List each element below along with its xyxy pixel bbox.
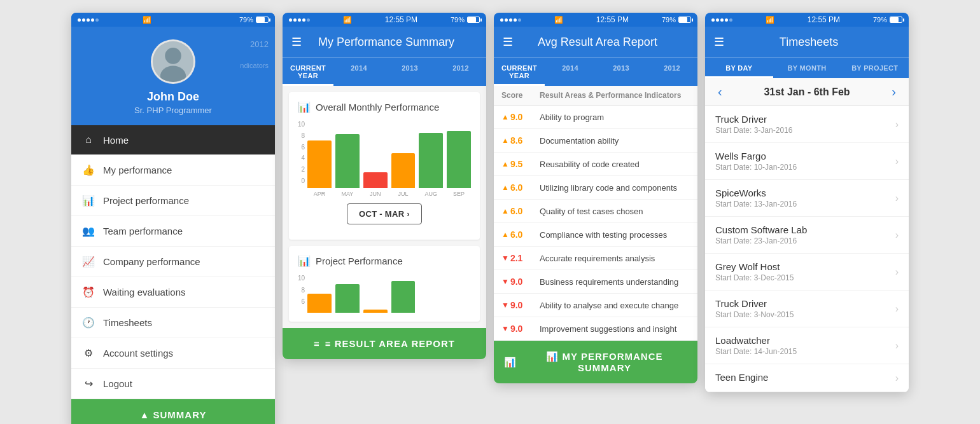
header-title-3: Avg Result Area Report (522, 36, 689, 49)
sidebar-item-home[interactable]: ⌂ Home (71, 125, 275, 155)
ts-item-0[interactable]: Truck Driver Start Date: 3-Jan-2016 › (705, 106, 909, 143)
trend-icon: 📈 (81, 256, 95, 268)
col-header-desc: Result Areas & Performance Indicators (540, 91, 690, 100)
ts-item-5[interactable]: Truck Driver Start Date: 3-Nov-2015 › (705, 291, 909, 327)
ts-info-5: Truck Driver Start Date: 3-Nov-2015 (715, 298, 895, 319)
hamburger-icon-3[interactable]: ☰ (503, 35, 513, 49)
oct-mar-button[interactable]: OCT - MAR › (347, 203, 422, 224)
hamburger-icon-2[interactable]: ☰ (291, 35, 302, 49)
bar-chart-overall: APR MAY JUN (307, 121, 471, 197)
label-aug: AUG (425, 191, 438, 197)
sidebar-item-my-performance[interactable]: 👍 My performance (71, 155, 275, 186)
desc-8: Ability to analyse and execute change (540, 301, 690, 310)
desc-6: Accurate requirements analysis (540, 254, 690, 263)
report-row-9[interactable]: ▼9.0 Improvement suggestions and insight (494, 317, 697, 341)
tab-by-project[interactable]: BY PROJECT (841, 58, 909, 78)
report-row-2[interactable]: ▲9.5 Reusability of code created (494, 153, 697, 176)
sidebar-item-waiting-evaluations[interactable]: ⏰ Waiting evaluations (71, 277, 275, 308)
header-bar-4: ☰ Timesheets (705, 27, 909, 57)
ts-date-1: Start Date: 10-Jan-2016 (715, 163, 895, 172)
ts-item-1[interactable]: Wells Fargo Start Date: 10-Jan-2016 › (705, 143, 909, 180)
battery-area-1: 79% (239, 16, 269, 24)
summary-btn-label: ▲ SUMMARY (140, 409, 207, 420)
tab-2012-2[interactable]: 2012 (435, 58, 486, 86)
sidebar-label-account-settings: Account settings (103, 348, 173, 359)
bar-p4 (391, 281, 416, 313)
ts-date-4: Start Date: 3-Dec-2015 (715, 273, 895, 282)
bar-jun (363, 172, 388, 188)
status-time-2: 12:55 PM (385, 15, 417, 24)
result-area-report-button[interactable]: ≡ ≡ RESULT AREA REPORT (283, 328, 486, 359)
tab-2013-2[interactable]: 2013 (384, 58, 435, 86)
bar-p1 (307, 294, 332, 313)
report-row-8[interactable]: ▼9.0 Ability to analyse and execute chan… (494, 294, 697, 317)
signal-icon-4 (711, 18, 732, 22)
arrow-1: ▲ (501, 136, 509, 145)
bar-jul (391, 153, 416, 188)
desc-3: Utilizing library code and components (540, 183, 690, 193)
arrow-0: ▲ (501, 113, 509, 121)
report-row-4[interactable]: ▲6.0 Quality of test cases chosen (494, 200, 697, 223)
ts-date-2: Start Date: 13-Jan-2016 (715, 200, 895, 209)
bar-apr (307, 140, 332, 188)
profile-name: John Doe (147, 90, 199, 104)
report-row-6[interactable]: ▼2.1 Accurate requirements analysis (494, 247, 697, 270)
header-title-4: Timesheets (733, 36, 900, 49)
ts-item-6[interactable]: Loadwatcher Start Date: 14-Jun-2015 › (705, 327, 909, 364)
tab-by-month[interactable]: BY MONTH (773, 58, 841, 78)
ts-info-2: SpiceWorks Start Date: 13-Jan-2016 (715, 188, 895, 209)
section-label-overall: Overall Monthly Performance (316, 102, 439, 113)
header-bar-3: ☰ Avg Result Area Report (494, 27, 697, 57)
sidebar-label-home: Home (103, 135, 129, 146)
ts-item-7[interactable]: Teen Engine › (705, 364, 909, 392)
col-header-score: Score (501, 91, 540, 100)
report-row-7[interactable]: ▼9.0 Business requirements understanding (494, 270, 697, 294)
battery-pct-4: 79% (873, 16, 887, 24)
sidebar-item-team-performance[interactable]: 👥 Team performance (71, 216, 275, 247)
tab-current-year-3[interactable]: CURRENT YEAR (494, 58, 545, 86)
ts-item-2[interactable]: SpiceWorks Start Date: 13-Jan-2016 › (705, 180, 909, 217)
indicators-peek: ndicators (240, 62, 269, 69)
hamburger-icon-4[interactable]: ☰ (714, 35, 724, 49)
tab-2012-3[interactable]: 2012 (647, 58, 697, 86)
my-performance-summary-button[interactable]: 📊 📊 MY PERFORMANCE SUMMARY (494, 341, 697, 383)
next-week-button[interactable]: › (889, 85, 899, 99)
desc-0: Ability to program (540, 113, 690, 122)
tab-by-day[interactable]: BY DAY (705, 58, 773, 78)
label-apr: APR (314, 191, 326, 197)
status-bar-2: 📶 12:55 PM 79% (283, 13, 486, 27)
sidebar-item-account-settings[interactable]: ⚙ Account settings (71, 338, 275, 369)
prev-week-button[interactable]: ‹ (715, 85, 725, 99)
summary-button[interactable]: ▲ SUMMARY (71, 399, 275, 424)
sidebar-label-waiting-evaluations: Waiting evaluations (103, 287, 186, 297)
status-time-4: 12:55 PM (808, 15, 840, 24)
ts-info-6: Loadwatcher Start Date: 14-Jun-2015 (715, 335, 895, 356)
ts-name-0: Truck Driver (715, 114, 895, 125)
sidebar-item-timesheets[interactable]: 🕐 Timesheets (71, 308, 275, 338)
battery-icon-3 (678, 17, 691, 23)
tab-2014-3[interactable]: 2014 (545, 58, 596, 86)
oct-mar-wrapper: OCT - MAR › (298, 203, 471, 224)
tab-2014-2[interactable]: 2014 (333, 58, 384, 86)
report-row-5[interactable]: ▲6.0 Compliance with testing processes (494, 223, 697, 247)
sidebar-item-logout[interactable]: ↪ Logout (71, 369, 275, 399)
sidebar-label-my-performance: My performance (103, 165, 172, 175)
ts-item-4[interactable]: Grey Wolf Host Start Date: 3-Dec-2015 › (705, 254, 909, 291)
report-row-3[interactable]: ▲6.0 Utilizing library code and componen… (494, 176, 697, 200)
sidebar-item-project-performance[interactable]: 📊 Project performance (71, 186, 275, 216)
tab-2013-3[interactable]: 2013 (596, 58, 647, 86)
arrow-4: ▲ (501, 207, 509, 215)
bar-col-p4 (391, 281, 416, 313)
score-4: ▲6.0 (501, 206, 540, 216)
label-may: MAY (341, 191, 353, 197)
battery-area-3: 79% (662, 16, 691, 24)
sidebar-item-company-performance[interactable]: 📈 Company performance (71, 247, 275, 277)
date-navigation: ‹ 31st Jan - 6th Feb › (705, 78, 909, 106)
section-title-overall: 📊 Overall Monthly Performance (298, 101, 471, 113)
tab-current-year-2[interactable]: CURRENT YEAR (283, 58, 333, 86)
thumbs-up-icon: 👍 (81, 164, 95, 176)
report-row-1[interactable]: ▲8.6 Documentation ability (494, 129, 697, 153)
ts-item-3[interactable]: Custom Software Lab Start Date: 23-Jan-2… (705, 217, 909, 254)
report-row-0[interactable]: ▲9.0 Ability to program (494, 106, 697, 129)
overall-monthly-section: 📊 Overall Monthly Performance 1086420 AP… (289, 92, 480, 240)
